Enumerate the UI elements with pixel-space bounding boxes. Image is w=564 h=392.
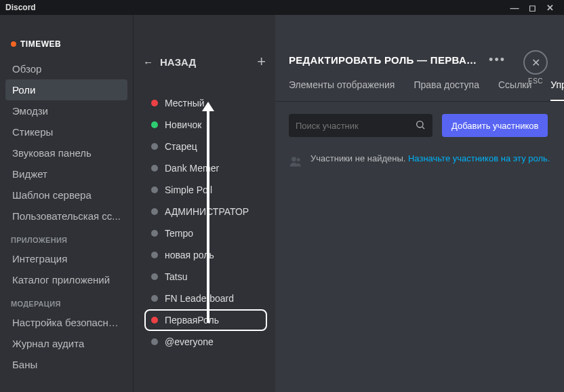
people-icon — [289, 155, 302, 172]
esc-label: ESC — [523, 77, 548, 85]
role-label: @everyone — [165, 336, 214, 347]
sidebar-item-overview[interactable]: Обзор — [5, 58, 127, 79]
close-icon: ✕ — [531, 56, 540, 69]
role-label: Старец — [165, 141, 197, 152]
settings-sidebar: TIMEWEB Обзор Роли Эмодзи Стикеры Звуков… — [0, 15, 133, 392]
role-label: Tempo — [165, 228, 193, 239]
role-color-dot — [151, 165, 158, 172]
editor-tab[interactable]: Элементы отображения — [289, 79, 395, 101]
server-header[interactable]: TIMEWEB — [5, 22, 127, 58]
svg-line-1 — [422, 127, 424, 129]
sidebar-item-stickers[interactable]: Стикеры — [5, 121, 127, 142]
svg-point-0 — [417, 121, 423, 127]
role-label: ПерваяРоль — [165, 315, 219, 326]
role-item[interactable]: Местный — [144, 92, 267, 114]
role-item[interactable]: Dank Memer — [144, 157, 267, 179]
role-color-dot — [151, 187, 158, 193]
window-close[interactable]: ✕ — [541, 3, 559, 13]
sidebar-item-emoji[interactable]: Эмодзи — [5, 100, 127, 121]
role-color-dot — [151, 252, 158, 258]
window-minimize[interactable]: — — [506, 3, 523, 13]
svg-point-2 — [291, 157, 296, 161]
add-role-button[interactable]: + — [257, 53, 266, 71]
window-maximize[interactable]: ◻ — [523, 3, 541, 13]
sidebar-item-soundboard[interactable]: Звуковая панель — [5, 142, 127, 163]
server-badge-icon — [11, 41, 16, 47]
role-item[interactable]: FN Leaderboard — [144, 288, 267, 309]
search-input[interactable] — [296, 121, 409, 131]
role-color-dot — [151, 230, 158, 237]
role-label: Dank Memer — [165, 163, 219, 174]
roles-list-panel: ← НАЗАД + МестныйНовичокСтарецDank Memer… — [133, 15, 275, 392]
role-item[interactable]: Старец — [144, 136, 267, 157]
editor-tab[interactable]: Права доступа — [414, 79, 479, 101]
back-label: НАЗАД — [160, 56, 196, 68]
sidebar-item-app-directory[interactable]: Каталог приложений — [5, 269, 127, 290]
role-color-dot — [151, 143, 158, 150]
app-title: Discord — [5, 3, 36, 12]
role-editor-panel: ✕ ESC РЕДАКТИРОВАТЬ РОЛЬ — ПЕРВАЯРО... •… — [275, 15, 564, 392]
role-item[interactable]: Новичок — [144, 114, 267, 136]
sidebar-item-bans[interactable]: Баны — [5, 354, 127, 375]
role-item[interactable]: АДМИНИСТРАТОР — [144, 201, 267, 222]
sidebar-item-widget[interactable]: Виджет — [5, 163, 127, 184]
role-label: Местный — [165, 98, 205, 109]
sidebar-item-roles[interactable]: Роли — [5, 79, 127, 100]
close-button[interactable]: ✕ — [523, 50, 548, 75]
role-item[interactable]: новая роль — [144, 244, 267, 266]
sidebar-item-safety[interactable]: Настройка безопасно... — [5, 312, 127, 333]
role-color-dot — [151, 295, 158, 302]
role-color-dot — [151, 338, 158, 345]
role-color-dot — [151, 100, 158, 106]
search-icon — [415, 119, 426, 132]
svg-point-3 — [297, 158, 300, 161]
sidebar-category-moderation: МОДЕРАЦИЯ — [5, 290, 127, 312]
sidebar-item-vanity-url[interactable]: Пользовательская сс... — [5, 205, 127, 227]
role-label: Simple Poll — [165, 184, 212, 195]
role-item[interactable]: ПерваяРоль — [144, 309, 267, 331]
role-label: новая роль — [165, 250, 214, 260]
role-item[interactable]: Simple Poll — [144, 179, 267, 201]
role-label: FN Leaderboard — [165, 293, 234, 304]
assign-members-link[interactable]: Назначьте участников на эту роль. — [408, 153, 550, 163]
arrow-left-icon: ← — [143, 56, 153, 68]
role-label: Новичок — [165, 119, 201, 130]
role-color-dot — [151, 121, 158, 128]
more-options-button[interactable]: ••• — [489, 53, 506, 67]
sidebar-item-integrations[interactable]: Интеграция — [5, 248, 127, 269]
server-name: TIMEWEB — [20, 39, 61, 49]
role-item[interactable]: Tatsu — [144, 266, 267, 288]
role-item[interactable]: Tempo — [144, 222, 267, 244]
role-color-dot — [151, 208, 158, 215]
sidebar-category-apps: ПРИЛОЖЕНИЯ — [5, 227, 127, 248]
role-label: АДМИНИСТРАТОР — [165, 206, 249, 217]
add-members-button[interactable]: Добавить участников — [442, 114, 548, 137]
role-color-dot — [151, 273, 158, 280]
role-color-dot — [151, 317, 158, 324]
sidebar-item-audit-log[interactable]: Журнал аудита — [5, 333, 127, 354]
sidebar-item-template[interactable]: Шаблон сервера — [5, 184, 127, 205]
editor-title: РЕДАКТИРОВАТЬ РОЛЬ — ПЕРВАЯРО... — [289, 54, 479, 66]
empty-state-text: Участники не найдены. Назначьте участник… — [310, 153, 550, 172]
role-item[interactable]: @everyone — [144, 331, 267, 353]
editor-tab[interactable]: Упр — [550, 79, 564, 101]
back-button[interactable]: ← НАЗАД — [143, 56, 196, 68]
role-label: Tatsu — [165, 271, 187, 282]
member-search[interactable] — [289, 114, 432, 137]
